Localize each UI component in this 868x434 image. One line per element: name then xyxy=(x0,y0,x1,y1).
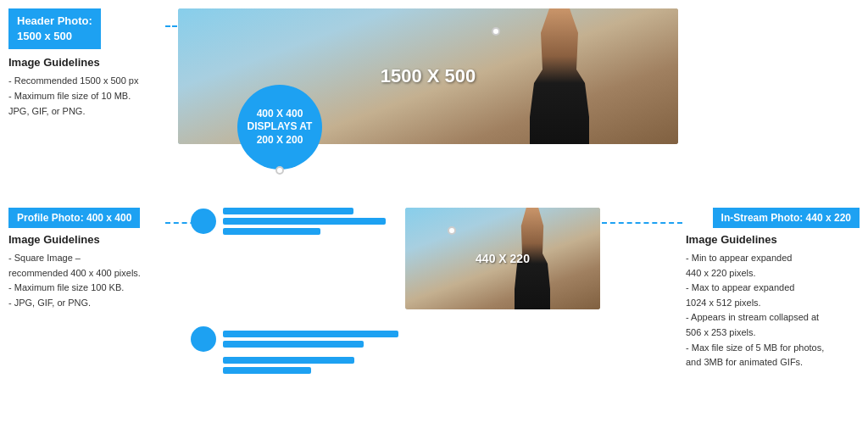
feed-row-1 xyxy=(191,208,386,235)
header-photo-left-col: Header Photo: 1500 x 500 Image Guideline… xyxy=(8,8,174,119)
header-dot xyxy=(492,27,500,36)
instream-photo-label: In-Stream Photo: 440 x 220 xyxy=(713,208,860,228)
profile-guidelines-title: Image Guidelines xyxy=(8,233,165,246)
instream-dimension-label: 440 X 220 xyxy=(476,252,530,265)
feed-area-2 xyxy=(191,326,398,374)
header-guidelines-title: Image Guidelines xyxy=(8,56,174,69)
page-container: Header Photo: 1500 x 500 Image Guideline… xyxy=(0,0,868,434)
instream-guidelines-text: - Min to appear expanded 440 x 220 pixel… xyxy=(686,251,860,370)
feed-line xyxy=(223,367,311,374)
header-dimension-label: 1500 X 500 xyxy=(381,65,476,87)
instream-guidelines-title: Image Guidelines xyxy=(686,233,860,246)
feed-area xyxy=(191,208,386,240)
feed-avatar-1 xyxy=(191,209,216,234)
feed-row-2 xyxy=(191,326,398,352)
feed-lines-1 xyxy=(223,208,386,235)
instream-guidelines: Image Guidelines - Min to appear expande… xyxy=(686,233,860,370)
feed-line xyxy=(223,331,398,337)
instream-photo-area: 440 X 220 xyxy=(405,208,600,309)
profile-photo-label: Profile Photo: 400 x 400 xyxy=(8,208,140,228)
feed-line xyxy=(223,208,353,214)
profile-circle-dot xyxy=(275,166,284,175)
feed-bottom-lines xyxy=(223,357,398,374)
profile-photo-label-row: Profile Photo: 400 x 400 xyxy=(8,208,140,228)
header-label-line1: Header Photo: xyxy=(17,14,92,27)
feed-line xyxy=(223,218,386,225)
feed-line xyxy=(223,357,354,364)
header-photo-label: Header Photo: 1500 x 500 xyxy=(8,8,101,49)
instream-photo-bg: 440 X 220 xyxy=(405,208,600,309)
dashed-line-instream xyxy=(602,222,682,224)
profile-guidelines-text: - Square Image – recommended 400 x 400 p… xyxy=(8,251,165,310)
profile-guidelines: Image Guidelines - Square Image – recomm… xyxy=(8,233,165,310)
header-label-dimensions: 1500 x 500 xyxy=(17,30,72,42)
feed-line xyxy=(223,341,364,348)
feed-lines-2 xyxy=(223,331,398,348)
feed-avatar-2 xyxy=(191,326,216,352)
profile-circle-text: 400 X 400 DISPLAYS AT 200 X 200 xyxy=(248,108,313,147)
instream-photo-label-row: In-Stream Photo: 440 x 220 xyxy=(713,208,860,228)
profile-circle: 400 X 400 DISPLAYS AT 200 X 200 xyxy=(237,85,322,170)
instream-dot xyxy=(448,226,456,235)
header-guidelines-text: - Recommended 1500 x 500 px - Maximum fi… xyxy=(8,74,174,119)
feed-line xyxy=(223,228,320,235)
